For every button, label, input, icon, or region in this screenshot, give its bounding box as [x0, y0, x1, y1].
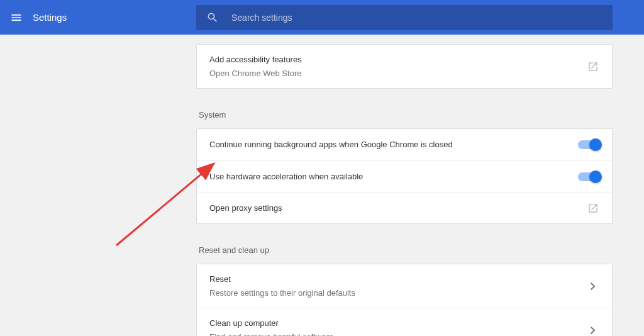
row-title: Use hardware acceleration when available	[209, 171, 578, 183]
app-header: Settings	[0, 0, 644, 35]
accessibility-row[interactable]: Add accessibility features Open Chrome W…	[197, 45, 612, 88]
system-section-header: System	[196, 99, 613, 128]
background-apps-toggle[interactable]	[578, 140, 599, 149]
row-title: Reset	[209, 273, 587, 286]
accessibility-card: Add accessibility features Open Chrome W…	[196, 44, 613, 89]
reset-section-header: Reset and clean up	[196, 234, 613, 264]
search-icon	[206, 11, 219, 24]
row-title: Open proxy settings	[209, 202, 587, 215]
page-title: Settings	[33, 12, 67, 23]
external-link-icon	[587, 60, 599, 73]
hw-accel-row: Use hardware acceleration when available	[197, 160, 612, 192]
row-subtitle: Open Chrome Web Store	[209, 67, 587, 80]
hw-accel-toggle[interactable]	[578, 172, 599, 181]
settings-content: Add accessibility features Open Chrome W…	[196, 35, 613, 336]
chevron-right-icon	[587, 280, 599, 293]
proxy-row[interactable]: Open proxy settings	[197, 192, 612, 223]
row-subtitle: Restore settings to their original defau…	[209, 287, 587, 300]
cleanup-row[interactable]: Clean up computer Find and remove harmfu…	[197, 308, 612, 336]
menu-icon[interactable]	[0, 11, 33, 24]
search-input[interactable]	[231, 13, 602, 23]
reset-row[interactable]: Reset Restore settings to their original…	[197, 264, 612, 308]
system-card: Continue running background apps when Go…	[196, 128, 613, 224]
row-subtitle: Find and remove harmful software	[209, 331, 587, 337]
row-title: Add accessibility features	[209, 53, 587, 66]
search-bar[interactable]	[196, 5, 613, 30]
row-title: Clean up computer	[209, 317, 587, 330]
row-title: Continue running background apps when Go…	[209, 138, 578, 151]
background-apps-row: Continue running background apps when Go…	[197, 129, 612, 160]
reset-card: Reset Restore settings to their original…	[196, 264, 613, 336]
chevron-right-icon	[587, 324, 599, 337]
external-link-icon	[587, 202, 599, 215]
